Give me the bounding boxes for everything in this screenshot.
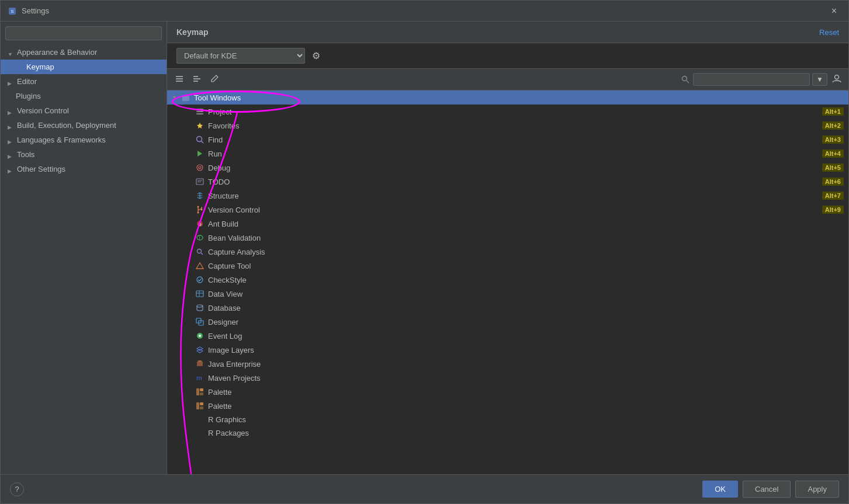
tree-item-r-packages[interactable]: R Packages — [167, 426, 848, 440]
svg-rect-53 — [200, 406, 203, 409]
sidebar-search-input[interactable] — [5, 26, 162, 40]
svg-point-10 — [835, 75, 839, 79]
tree-item-java-enterprise[interactable]: Java Enterprise — [167, 357, 848, 371]
sidebar-arrow-languages — [8, 137, 15, 144]
tree-item-image-layers[interactable]: Image Layers — [167, 343, 848, 357]
ok-button[interactable]: OK — [702, 481, 738, 498]
sidebar-label-appearance: Appearance & Behavior — [17, 48, 97, 57]
collapse-all-button[interactable] — [189, 72, 205, 87]
tree-label-capture-tool: Capture Tool — [208, 262, 251, 270]
tree-item-todo[interactable]: TODOAlt+6 — [167, 175, 848, 189]
sidebar-label-languages: Languages & Frameworks — [17, 135, 106, 144]
tree-label-todo: TODO — [208, 178, 230, 186]
svg-marker-19 — [197, 151, 202, 157]
sidebar-item-version-control[interactable]: Version Control⊕ — [1, 103, 167, 118]
tree-item-find[interactable]: FindAlt+3 — [167, 133, 848, 147]
close-button[interactable]: × — [827, 4, 841, 19]
sidebar-item-appearance[interactable]: Appearance & Behavior — [1, 45, 167, 60]
svg-rect-52 — [200, 402, 203, 405]
tree-label-tool-windows: Tool Windows — [194, 93, 241, 102]
reset-button[interactable]: Reset — [819, 28, 839, 37]
tree-label-find: Find — [208, 135, 223, 144]
sidebar-arrow-editor — [8, 78, 15, 85]
sidebar-label-tools: Tools — [17, 150, 34, 159]
apply-button[interactable]: Apply — [795, 481, 839, 498]
sidebar-item-keymap[interactable]: Keymap — [1, 60, 167, 74]
tree-search-input[interactable] — [693, 73, 810, 86]
sidebar-arrow-build — [8, 122, 15, 129]
todo-icon — [195, 177, 205, 186]
tree-item-checkstyle[interactable]: CheckStyle — [167, 273, 848, 287]
tree-item-palette1[interactable]: Palette — [167, 385, 848, 399]
sidebar-item-languages[interactable]: Languages & Frameworks — [1, 133, 167, 147]
dialog-title: Settings — [22, 6, 827, 15]
tree-item-event-log[interactable]: Event Log — [167, 329, 848, 343]
tree-item-capture-tool[interactable]: Capture Tool — [167, 259, 848, 273]
palette2-icon — [195, 401, 205, 411]
svg-point-38 — [197, 305, 203, 307]
sidebar-item-plugins[interactable]: Plugins — [1, 89, 167, 103]
sidebar-item-tools[interactable]: Tools — [1, 147, 167, 162]
svg-rect-46 — [198, 360, 202, 362]
play-icon — [195, 149, 205, 158]
svg-marker-44 — [197, 349, 203, 353]
tree-label-r-packages: R Packages — [208, 429, 249, 437]
bottom-bar: ? OK Cancel Apply — [1, 474, 848, 503]
sidebar-item-other[interactable]: Other Settings⊕ — [1, 162, 167, 176]
tree-item-version-control[interactable]: Version ControlAlt+9 — [167, 203, 848, 217]
edit-button[interactable] — [207, 72, 222, 87]
shortcut-badge-favorites: Alt+2 — [822, 121, 844, 130]
expand-all-button[interactable] — [172, 72, 187, 87]
svg-line-18 — [202, 141, 204, 144]
tree-item-favorites[interactable]: FavoritesAlt+2 — [167, 119, 848, 133]
sidebar-label-version-control: Version Control — [17, 106, 69, 115]
keymap-select[interactable]: Default for KDE — [176, 48, 305, 64]
cancel-button[interactable]: Cancel — [743, 481, 791, 498]
svg-point-8 — [682, 77, 687, 81]
keymap-selector-row: Default for KDE ⚙ — [167, 43, 848, 69]
svg-line-32 — [201, 253, 203, 255]
tree-item-capture-analysis[interactable]: Capture Analysis — [167, 245, 848, 259]
star-icon — [195, 121, 205, 130]
tree-container: ▼Tool WindowsProjectAlt+1FavoritesAlt+2F… — [167, 91, 848, 474]
tree-item-ant-build[interactable]: ⚙Ant Build — [167, 217, 848, 231]
tree-label-event-log: Event Log — [208, 332, 242, 340]
tree-item-debug[interactable]: DebugAlt+5 — [167, 161, 848, 175]
user-icon-button[interactable] — [830, 71, 844, 88]
tree-item-designer[interactable]: Designer — [167, 315, 848, 329]
help-button[interactable]: ? — [10, 482, 24, 496]
tree-item-structure[interactable]: StructureAlt+7 — [167, 189, 848, 203]
tree-item-data-view[interactable]: Data View — [167, 287, 848, 301]
search-options-button[interactable]: ▼ — [812, 73, 827, 86]
tree-label-project: Project — [208, 107, 231, 116]
tree-item-maven-projects[interactable]: mMaven Projects — [167, 371, 848, 385]
toolbar-row: ▼ — [167, 69, 848, 91]
check-icon — [195, 275, 205, 284]
svg-rect-15 — [196, 113, 203, 114]
search-icon — [681, 75, 689, 84]
tree-label-r-graphics: R Graphics — [208, 415, 246, 424]
tree-label-favorites: Favorites — [208, 121, 239, 130]
sidebar-arrow-tools — [8, 151, 15, 158]
search-right-area: ▼ — [681, 71, 844, 88]
sidebar-item-editor[interactable]: Editor — [1, 74, 167, 89]
svg-point-31 — [197, 249, 202, 253]
sidebar-arrow-version-control — [8, 107, 15, 114]
tree-item-run[interactable]: RunAlt+4 — [167, 147, 848, 161]
tree-item-database[interactable]: Database — [167, 301, 848, 315]
svg-text:⚙: ⚙ — [198, 223, 202, 227]
svg-marker-16 — [197, 123, 203, 128]
tree-item-bean-validation[interactable]: Bean Validation — [167, 231, 848, 245]
tree-items-list: ▼Tool WindowsProjectAlt+1FavoritesAlt+2F… — [167, 91, 848, 440]
svg-point-17 — [197, 137, 202, 142]
tree-label-bean-validation: Bean Validation — [208, 234, 261, 242]
tree-item-palette2[interactable]: Palette — [167, 399, 848, 413]
tree-label-run: Run — [208, 150, 222, 158]
keymap-gear-button[interactable]: ⚙ — [310, 48, 323, 64]
sidebar-item-build[interactable]: Build, Execution, Deployment — [1, 118, 167, 133]
tree-item-tool-windows[interactable]: ▼Tool Windows — [167, 91, 848, 105]
tree-label-database: Database — [208, 304, 241, 312]
tree-item-r-graphics[interactable]: R Graphics — [167, 413, 848, 426]
sidebar-label-editor: Editor — [17, 77, 37, 86]
tree-item-project[interactable]: ProjectAlt+1 — [167, 105, 848, 119]
